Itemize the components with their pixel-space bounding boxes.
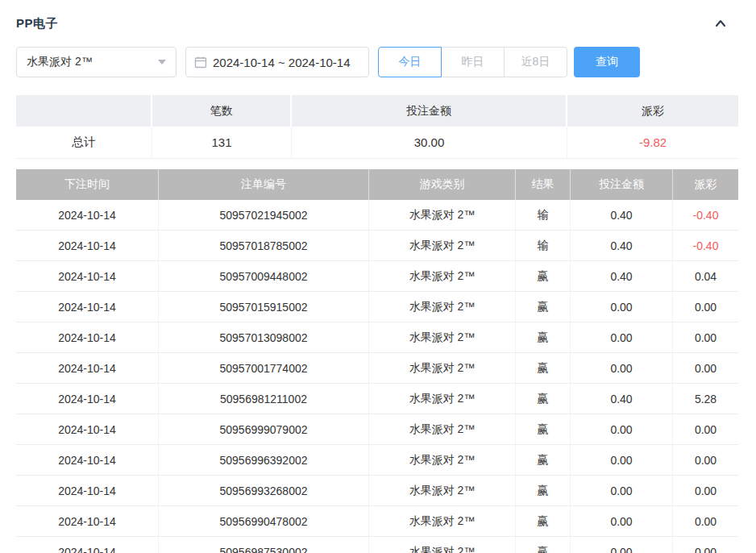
cell-payout: 5.28 [673, 384, 738, 414]
game-select[interactable]: 水果派对 2™ [16, 47, 177, 77]
cell-order_id: 50956990478002 [159, 506, 369, 537]
chevron-down-icon [158, 60, 166, 64]
table-row: 2024-10-1450957018785002水果派对 2™输0.40-0.4… [16, 231, 738, 261]
col-header-order-id: 注单编号 [159, 169, 369, 200]
cell-bet_time: 2024-10-14 [16, 292, 159, 322]
cell-result: 赢 [516, 414, 571, 445]
cell-order_id: 50957013098002 [159, 322, 369, 353]
summary-header-payout: 派彩 [567, 95, 738, 127]
cell-payout: -0.40 [673, 200, 738, 231]
cell-payout: 0.00 [673, 506, 738, 537]
cell-bet_amount: 0.40 [571, 384, 673, 414]
table-row: 2024-10-1450956996392002水果派对 2™赢0.000.00 [16, 445, 738, 476]
cell-bet_time: 2024-10-14 [16, 261, 159, 292]
cell-order_id: 50957009448002 [159, 261, 369, 292]
cell-bet_amount: 0.40 [571, 231, 673, 261]
cell-payout: 0.00 [673, 414, 738, 445]
cell-payout: 0.00 [673, 353, 738, 384]
cell-result: 赢 [516, 537, 571, 553]
page-title: PP电子 [16, 16, 58, 31]
cell-bet_time: 2024-10-14 [16, 322, 159, 353]
summary-total-label: 总计 [16, 127, 152, 159]
cell-bet_time: 2024-10-14 [16, 506, 159, 537]
cell-result: 输 [516, 231, 571, 261]
cell-game_type: 水果派对 2™ [369, 445, 516, 476]
game-select-value: 水果派对 2™ [27, 55, 93, 69]
calendar-icon [194, 56, 207, 69]
col-header-game-type: 游戏类别 [369, 169, 516, 200]
table-row: 2024-10-1450957015915002水果派对 2™赢0.000.00 [16, 292, 738, 322]
cell-result: 赢 [516, 384, 571, 414]
cell-result: 赢 [516, 353, 571, 384]
panel-header: PP电子 [16, 13, 738, 34]
table-row: 2024-10-1450957009448002水果派对 2™赢0.400.04 [16, 261, 738, 292]
records-header-row: 下注时间 注单编号 游戏类别 结果 投注金额 派彩 [16, 169, 738, 200]
cell-result: 赢 [516, 292, 571, 322]
quick-date-group: 今日 昨日 近8日 [378, 47, 567, 77]
table-row: 2024-10-1450957001774002水果派对 2™赢0.000.00 [16, 353, 738, 384]
cell-bet_time: 2024-10-14 [16, 353, 159, 384]
cell-game_type: 水果派对 2™ [369, 200, 516, 231]
cell-bet_amount: 0.40 [571, 261, 673, 292]
col-header-payout: 派彩 [673, 169, 738, 200]
cell-bet_time: 2024-10-14 [16, 414, 159, 445]
summary-total-count: 131 [152, 127, 292, 159]
col-header-bet-amount: 投注金额 [571, 169, 673, 200]
search-button[interactable]: 查询 [574, 47, 640, 77]
cell-order_id: 50957001774002 [159, 353, 369, 384]
cell-order_id: 50957021945002 [159, 200, 369, 231]
cell-order_id: 50956981211002 [159, 384, 369, 414]
table-row: 2024-10-1450957013098002水果派对 2™赢0.000.00 [16, 322, 738, 353]
pp-games-panel: PP电子 水果派对 2™ 2024-10-14 ~ 2024-10-14 [0, 0, 756, 553]
cell-bet_amount: 0.00 [571, 414, 673, 445]
cell-result: 赢 [516, 445, 571, 476]
cell-bet_time: 2024-10-14 [16, 476, 159, 506]
table-row: 2024-10-1450956993268002水果派对 2™赢0.000.00 [16, 476, 738, 506]
cell-game_type: 水果派对 2™ [369, 537, 516, 553]
cell-game_type: 水果派对 2™ [369, 476, 516, 506]
cell-order_id: 50956993268002 [159, 476, 369, 506]
cell-bet_amount: 0.00 [571, 506, 673, 537]
table-row: 2024-10-1450957021945002水果派对 2™输0.40-0.4… [16, 200, 738, 231]
cell-game_type: 水果派对 2™ [369, 261, 516, 292]
collapse-chevron-up-icon[interactable] [712, 15, 729, 31]
summary-total-payout: -9.82 [567, 127, 738, 159]
cell-order_id: 50957015915002 [159, 292, 369, 322]
date-range-value: 2024-10-14 ~ 2024-10-14 [213, 56, 351, 69]
table-row: 2024-10-1450956981211002水果派对 2™赢0.405.28 [16, 384, 738, 414]
cell-result: 赢 [516, 476, 571, 506]
quick-button-last8days[interactable]: 近8日 [504, 47, 567, 77]
cell-bet_time: 2024-10-14 [16, 231, 159, 261]
cell-game_type: 水果派对 2™ [369, 231, 516, 261]
cell-order_id: 50956996392002 [159, 445, 369, 476]
cell-order_id: 50957018785002 [159, 231, 369, 261]
cell-payout: 0.00 [673, 322, 738, 353]
cell-game_type: 水果派对 2™ [369, 322, 516, 353]
date-range-picker[interactable]: 2024-10-14 ~ 2024-10-14 [185, 47, 369, 77]
table-row: 2024-10-1450956999079002水果派对 2™赢0.000.00 [16, 414, 738, 445]
cell-payout: -0.40 [673, 231, 738, 261]
cell-payout: 0.00 [673, 292, 738, 322]
quick-button-today[interactable]: 今日 [378, 47, 442, 77]
cell-bet_time: 2024-10-14 [16, 384, 159, 414]
cell-game_type: 水果派对 2™ [369, 292, 516, 322]
cell-bet_amount: 0.00 [571, 445, 673, 476]
cell-game_type: 水果派对 2™ [369, 414, 516, 445]
cell-bet_time: 2024-10-14 [16, 445, 159, 476]
records-tbody: 2024-10-1450957021945002水果派对 2™输0.40-0.4… [16, 200, 738, 553]
cell-payout: 0.00 [673, 445, 738, 476]
summary-table: 笔数 投注金额 派彩 总计 131 30.00 -9.82 [16, 95, 738, 159]
summary-total-row: 总计 131 30.00 -9.82 [16, 127, 738, 159]
cell-result: 输 [516, 200, 571, 231]
records-table: 下注时间 注单编号 游戏类别 结果 投注金额 派彩 2024-10-145095… [16, 169, 738, 553]
cell-game_type: 水果派对 2™ [369, 384, 516, 414]
cell-payout: 0.00 [673, 476, 738, 506]
filter-bar: 水果派对 2™ 2024-10-14 ~ 2024-10-14 今日 昨日 近8… [16, 47, 738, 77]
cell-result: 赢 [516, 261, 571, 292]
cell-bet_amount: 0.00 [571, 292, 673, 322]
cell-game_type: 水果派对 2™ [369, 506, 516, 537]
col-header-result: 结果 [516, 169, 571, 200]
cell-payout: 0.00 [673, 537, 738, 553]
quick-button-yesterday[interactable]: 昨日 [441, 47, 505, 77]
cell-bet_amount: 0.00 [571, 537, 673, 553]
